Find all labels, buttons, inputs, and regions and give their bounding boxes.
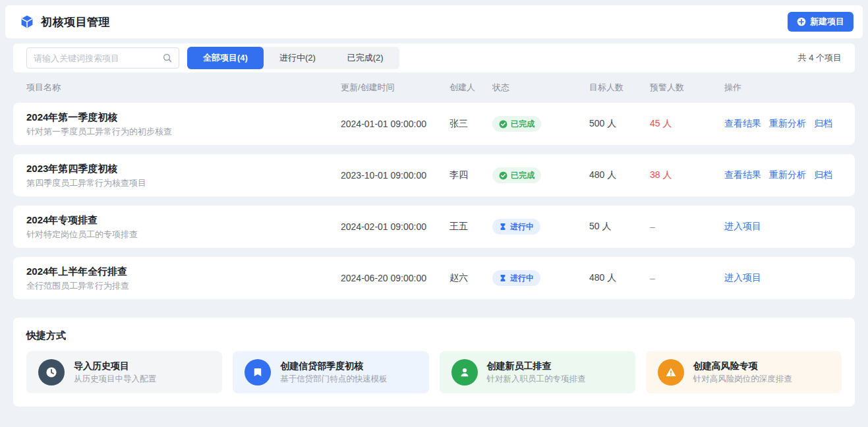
shortcut-desc: 针对高风险岗位的深度排查 bbox=[693, 373, 792, 385]
status-badge: 进行中 bbox=[492, 270, 540, 286]
reanalyze-link[interactable]: 重新分析 bbox=[769, 169, 806, 181]
view-results-link[interactable]: 查看结果 bbox=[724, 118, 761, 130]
col-header-actions: 操作 bbox=[724, 82, 842, 94]
project-desc: 针对特定岗位员工的专项排查 bbox=[26, 228, 341, 241]
project-name: 2024年第一季度初核 bbox=[26, 110, 341, 125]
warning-icon bbox=[658, 359, 684, 385]
bookmark-icon bbox=[245, 359, 271, 385]
col-header-status: 状态 bbox=[492, 82, 589, 94]
project-time: 2024-01-01 09:00:00 bbox=[341, 119, 449, 129]
page-title: 初核项目管理 bbox=[41, 14, 110, 30]
tab-completed[interactable]: 已完成(2) bbox=[332, 47, 399, 69]
toolbar: 全部项目(4) 进行中(2) 已完成(2) 共 4 个项目 bbox=[13, 43, 855, 72]
shortcut-desc: 针对新入职员工的专项排查 bbox=[487, 373, 586, 385]
page-header: 初核项目管理 新建项目 bbox=[5, 5, 863, 38]
enter-project-link[interactable]: 进入项目 bbox=[724, 221, 761, 233]
status-badge: 已完成 bbox=[492, 116, 541, 132]
enter-project-link[interactable]: 进入项目 bbox=[724, 272, 761, 284]
project-name: 2023年第四季度初核 bbox=[26, 161, 341, 177]
project-name: 2024年上半年全行排查 bbox=[26, 264, 341, 279]
shortcut-new-employee-screening[interactable]: 创建新员工排查 针对新入职员工的专项排查 bbox=[440, 351, 635, 393]
new-project-button[interactable]: 新建项目 bbox=[788, 12, 854, 32]
search-icon[interactable] bbox=[163, 53, 172, 63]
reanalyze-link[interactable]: 重新分析 bbox=[769, 118, 806, 130]
archive-link[interactable]: 归档 bbox=[814, 118, 832, 130]
total-count: 共 4 个项目 bbox=[798, 52, 842, 64]
tab-in-progress[interactable]: 进行中(2) bbox=[264, 47, 332, 69]
table-row: 2024年第一季度初核 针对第一季度员工异常行为的初步核查 2024-01-01… bbox=[13, 103, 855, 145]
shortcuts-section: 快捷方式 导入历史项目 从历史项目中导入配置 创建信贷部季度初核 bbox=[13, 318, 855, 407]
shortcut-title: 导入历史项目 bbox=[74, 359, 156, 373]
table-row: 2023年第四季度初核 第四季度员工异常行为核查项目 2023-10-01 09… bbox=[13, 154, 855, 196]
view-results-link[interactable]: 查看结果 bbox=[724, 169, 761, 181]
hourglass-icon bbox=[499, 223, 507, 231]
cube-logo-icon bbox=[20, 14, 34, 29]
shortcuts-title: 快捷方式 bbox=[26, 329, 842, 342]
status-badge: 已完成 bbox=[492, 167, 541, 183]
table-header: 项目名称 更新/创建时间 创建人 状态 目标人数 预警人数 操作 bbox=[13, 72, 855, 103]
search-box bbox=[26, 47, 179, 69]
project-desc: 全行范围员工异常行为排查 bbox=[26, 279, 341, 293]
hourglass-icon bbox=[499, 274, 507, 282]
shortcut-high-risk-special[interactable]: 创建高风险专项 针对高风险岗位的深度排查 bbox=[646, 351, 842, 393]
col-header-warning: 预警人数 bbox=[650, 82, 724, 94]
target-count: 50 人 bbox=[589, 221, 650, 233]
col-header-creator: 创建人 bbox=[449, 82, 492, 94]
project-creator: 王五 bbox=[449, 221, 492, 233]
col-header-project-name: 项目名称 bbox=[26, 82, 341, 94]
warning-count: – bbox=[650, 221, 724, 232]
target-count: 500 人 bbox=[589, 118, 650, 130]
shortcut-title: 创建信贷部季度初核 bbox=[280, 359, 388, 373]
project-creator: 李四 bbox=[449, 169, 492, 181]
project-desc: 针对第一季度员工异常行为的初步核查 bbox=[26, 125, 341, 138]
shortcut-desc: 基于信贷部门特点的快速模板 bbox=[280, 373, 388, 385]
shortcut-desc: 从历史项目中导入配置 bbox=[74, 373, 156, 385]
check-circle-icon bbox=[499, 120, 507, 128]
project-filter-tabs: 全部项目(4) 进行中(2) 已完成(2) bbox=[187, 47, 399, 69]
table-row: 2024年上半年全行排查 全行范围员工异常行为排查 2024-06-20 09:… bbox=[13, 257, 855, 299]
project-name: 2024年专项排查 bbox=[26, 213, 341, 228]
warning-count: 38 人 bbox=[650, 169, 724, 181]
archive-link[interactable]: 归档 bbox=[814, 169, 832, 181]
target-count: 480 人 bbox=[589, 169, 650, 181]
project-time: 2024-06-20 09:00:00 bbox=[341, 273, 449, 283]
plus-circle-icon bbox=[797, 17, 806, 26]
check-circle-icon bbox=[499, 171, 507, 180]
col-header-time: 更新/创建时间 bbox=[341, 82, 449, 94]
tab-all-projects[interactable]: 全部项目(4) bbox=[187, 47, 264, 69]
project-desc: 第四季度员工异常行为核查项目 bbox=[26, 177, 341, 190]
target-count: 480 人 bbox=[589, 272, 650, 284]
user-icon bbox=[451, 359, 478, 385]
project-creator: 赵六 bbox=[449, 272, 492, 284]
search-input[interactable] bbox=[34, 53, 163, 63]
project-time: 2023-10-01 09:00:00 bbox=[341, 170, 449, 181]
project-creator: 张三 bbox=[449, 118, 492, 130]
table-row: 2024年专项排查 针对特定岗位员工的专项排查 2024-02-01 09:00… bbox=[13, 206, 855, 248]
warning-count: – bbox=[650, 273, 724, 283]
col-header-target: 目标人数 bbox=[589, 82, 650, 94]
shortcut-import-history[interactable]: 导入历史项目 从历史项目中导入配置 bbox=[26, 351, 222, 393]
shortcut-credit-dept-review[interactable]: 创建信贷部季度初核 基于信贷部门特点的快速模板 bbox=[233, 351, 428, 393]
shortcut-title: 创建新员工排查 bbox=[487, 359, 586, 373]
history-clock-icon bbox=[38, 359, 65, 385]
shortcut-title: 创建高风险专项 bbox=[693, 359, 792, 373]
warning-count: 45 人 bbox=[650, 118, 724, 130]
project-time: 2024-02-01 09:00:00 bbox=[341, 221, 449, 232]
status-badge: 进行中 bbox=[492, 219, 540, 235]
